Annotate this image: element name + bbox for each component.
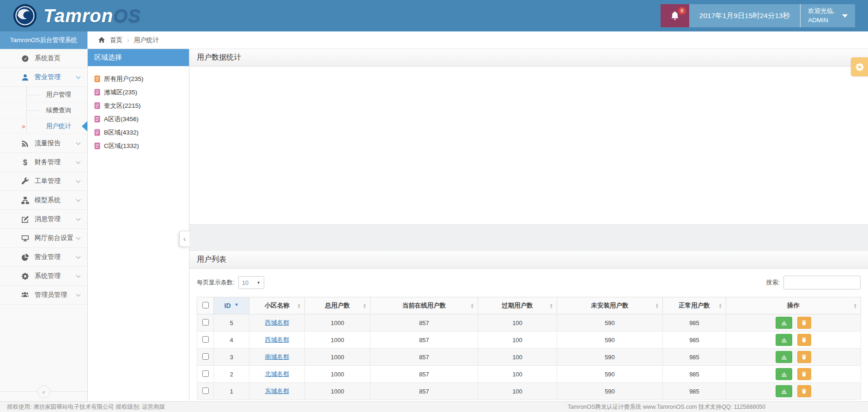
region-item-all-users[interactable]: 所有用户(235) (94, 72, 189, 86)
breadcrumb-home[interactable]: 首页 (110, 36, 122, 44)
search-input[interactable] (783, 276, 861, 289)
column-header-community[interactable]: 小区名称▲▼ (249, 297, 305, 314)
column-header-online-users[interactable]: 当前在线用户数▲▼ (370, 297, 478, 314)
user-menu[interactable]: 欢迎光临, ADMIN (801, 4, 855, 27)
column-header-expired-users[interactable]: 过期用户数▲▼ (478, 297, 557, 314)
cell-normal: 985 (663, 366, 726, 383)
sidebar-item-work-order[interactable]: 工单管理 (0, 172, 87, 191)
column-header-uninstalled-users[interactable]: 未安装用户数▲▼ (557, 297, 663, 314)
notifications-button[interactable]: 8 (661, 4, 689, 27)
delete-button[interactable] (797, 317, 811, 329)
user-icon (20, 74, 30, 81)
row-checkbox[interactable] (202, 319, 209, 326)
sidebar-item-message-management[interactable]: 消息管理 (0, 210, 87, 229)
column-header-total-users[interactable]: 总用户数▲▼ (305, 297, 370, 314)
column-label: 正常用户数 (679, 302, 710, 309)
row-checkbox[interactable] (202, 336, 209, 343)
region-item-a[interactable]: A区语(3456) (94, 112, 189, 126)
chevron-down-icon (76, 273, 81, 277)
community-link[interactable]: 西城名都 (265, 319, 289, 326)
sort-icon[interactable]: ▲▼ (550, 303, 553, 308)
sidebar: TamronOS后台管理系统 系统首页 营业管理 用户管理 续费查询 » 用户统… (0, 31, 88, 401)
speedometer-icon (20, 55, 30, 62)
sidebar-item-label: 管理员管理 (35, 291, 67, 299)
cell-expired: 100 (478, 314, 557, 332)
breadcrumb-current: 用户统计 (134, 36, 159, 44)
sort-icon[interactable]: ▲▼ (656, 303, 659, 308)
sort-icon[interactable]: ▲▼ (471, 303, 474, 308)
bar-chart-icon (781, 320, 788, 326)
row-checkbox[interactable] (202, 370, 209, 377)
sidebar-item-system-home[interactable]: 系统首页 (0, 49, 87, 68)
select-all-checkbox[interactable] (202, 302, 209, 308)
app-logo: TamronOS (13, 4, 141, 28)
community-link[interactable]: 西城名都 (265, 336, 289, 343)
sidebar-subitem-user-management[interactable]: 用户管理 (0, 87, 87, 103)
sidebar-collapse-button[interactable]: « (37, 385, 50, 398)
chart-button[interactable] (776, 317, 792, 329)
sidebar-item-traffic-report[interactable]: 流量报告 (0, 134, 87, 153)
gears-icon (20, 272, 30, 280)
delete-button[interactable] (797, 351, 811, 363)
sort-icon[interactable]: ▲▼ (719, 303, 722, 308)
row-checkbox[interactable] (202, 353, 209, 360)
sidebar-item-finance-management[interactable]: $ 财务管理 (0, 153, 87, 172)
sidebar-item-system-management[interactable]: 系统管理 (0, 267, 87, 286)
region-item-c[interactable]: C区域(1332) (94, 139, 189, 153)
main-layout: TamronOS后台管理系统 系统首页 营业管理 用户管理 续费查询 » 用户统… (0, 31, 868, 401)
page-size-label: 每页显示条数: (197, 278, 235, 287)
delete-button[interactable] (797, 385, 811, 397)
column-label: 未安装用户数 (591, 302, 629, 309)
chevron-down-icon (76, 197, 81, 202)
sidebar-item-front-desk-settings[interactable]: 网厅前台设置 (0, 229, 87, 248)
chart-button[interactable] (776, 334, 792, 346)
settings-tab-button[interactable] (851, 57, 868, 76)
sidebar-item-label: 系统管理 (35, 272, 61, 280)
sidebar-item-business-management-2[interactable]: 营业管理 (0, 248, 87, 267)
column-header-actions[interactable]: 操作▲▼ (726, 297, 861, 314)
sort-icon[interactable]: ▲▼ (854, 303, 857, 308)
cell-normal: 985 (663, 383, 726, 400)
region-item-label: 奎文区(2215) (104, 102, 141, 110)
desktop-icon (20, 234, 30, 242)
right-column: 首页 › 用户统计 区域选择 所有用户(235) 潍城区(235) (88, 31, 868, 401)
column-header-normal-users[interactable]: 正常用户数▲▼ (663, 297, 726, 314)
sidebar-subitem-user-statistics[interactable]: » 用户统计 (0, 118, 87, 134)
region-item-b[interactable]: B区域(4332) (94, 126, 189, 139)
delete-button[interactable] (797, 334, 811, 346)
dotted-connector (27, 111, 39, 111)
sort-icon[interactable]: ▲▼ (363, 303, 366, 308)
chevron-down-icon (76, 140, 81, 145)
building-icon (94, 102, 100, 109)
sidebar-item-model-system[interactable]: 模型系统 (0, 191, 87, 210)
chart-button[interactable] (776, 368, 792, 380)
region-item-kuiwen[interactable]: 奎文区(2215) (94, 99, 189, 112)
chart-button[interactable] (776, 385, 792, 397)
cell-total: 1000 (305, 332, 370, 349)
sort-icon[interactable]: ▲▼ (297, 303, 301, 308)
community-link[interactable]: 东城名都 (265, 387, 289, 394)
sidebar-item-label: 财务管理 (35, 158, 61, 166)
row-checkbox[interactable] (202, 387, 209, 394)
page-size-select[interactable]: 10 ▼ (238, 276, 264, 289)
sidebar-item-label: 工单管理 (35, 177, 61, 185)
sitemap-icon (20, 197, 30, 204)
page-footer: 授权使用: 潍坊家园驿站电子技术有限公司 授权级别: 运营商版 TamronOS… (0, 401, 868, 412)
delete-button[interactable] (797, 368, 811, 380)
cell-online: 857 (370, 314, 478, 332)
community-link[interactable]: 南城名都 (265, 353, 289, 360)
dollar-icon: $ (20, 159, 30, 166)
sidebar-item-admin-management[interactable]: 管理员管理 (0, 286, 87, 305)
collapse-region-handle[interactable]: ‹ (179, 231, 189, 247)
chart-button[interactable] (776, 351, 792, 363)
column-header-id[interactable]: ID▼ (214, 297, 249, 314)
chevron-down-icon (76, 159, 81, 164)
sidebar-item-business-management[interactable]: 营业管理 (0, 68, 87, 87)
community-link[interactable]: 北城名都 (265, 370, 289, 377)
column-label: 总用户数 (325, 302, 350, 309)
cell-online: 857 (370, 349, 478, 366)
region-item-weicheng[interactable]: 潍城区(235) (94, 86, 189, 99)
sidebar-subitem-renewal-query[interactable]: 续费查询 (0, 103, 87, 118)
dotted-connector (27, 95, 39, 95)
table-row: 2 北城名都 1000 857 100 590 985 (197, 366, 861, 383)
